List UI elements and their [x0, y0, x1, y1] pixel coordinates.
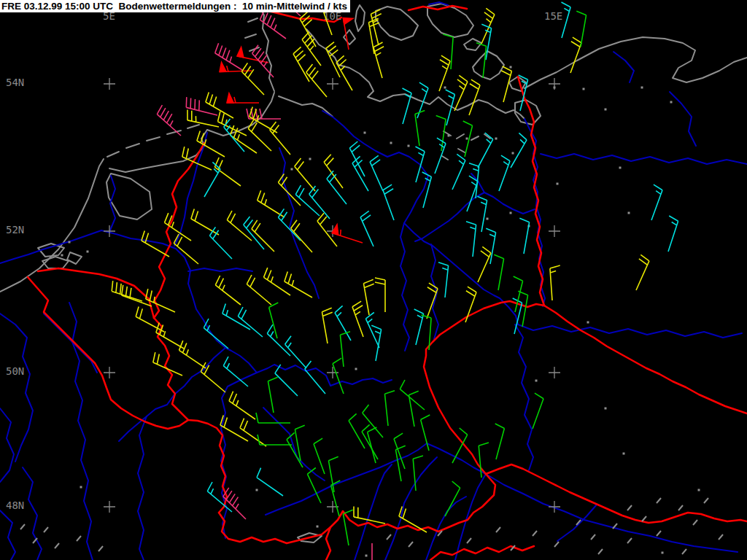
wind-barb: [267, 324, 290, 356]
wind-barb: [519, 218, 529, 254]
wind-barb: [518, 291, 527, 327]
wind-barb: [478, 133, 493, 168]
wind-barb: [302, 32, 321, 66]
surface-wind-map: 5E10E15E54N52N50N48N: [0, 0, 747, 560]
wind-barb: [452, 154, 465, 190]
wind-barb: [146, 289, 175, 312]
wind-barb: [375, 278, 385, 312]
wind-barb: [494, 254, 503, 290]
wind-barb: [371, 325, 381, 361]
wind-barb: [415, 111, 425, 147]
wind-barb: [414, 309, 424, 345]
wind-barb: [222, 303, 250, 330]
wind-barb: [291, 220, 312, 252]
wind-barb: [252, 220, 274, 252]
wind-barb: [365, 313, 379, 349]
wind-barb: [533, 393, 543, 429]
grid-cross: [549, 78, 560, 90]
wind-barb: [454, 75, 468, 111]
wind-barb: [352, 156, 368, 191]
wind-barb: [187, 110, 219, 127]
grid-cross: [104, 225, 115, 237]
wind-barb: [238, 307, 263, 337]
map-title: FRE 03.12.99 15:00 UTC Bodenwettermeldun…: [1, 1, 347, 12]
grid-cross: [549, 501, 560, 513]
wind-barb: [215, 276, 241, 305]
wind-barbs-layer: [112, 0, 678, 560]
wind-barb: [305, 361, 325, 394]
wind-barb: [300, 12, 316, 47]
wind-barb: [241, 63, 264, 95]
title-bar: FRE 03.12.99 15:00 UTC Bodenwettermeldun…: [0, 0, 350, 12]
wind-barb: [439, 55, 450, 91]
wind-barb: [343, 510, 352, 545]
grid-label: 48N: [6, 499, 24, 511]
wind-barb: [562, 2, 571, 38]
grid-cross: [104, 367, 115, 378]
wind-barb: [668, 216, 678, 252]
wind-barb: [153, 352, 182, 376]
wind-barb: [278, 174, 301, 206]
wind-barb: [395, 446, 405, 481]
grid-label: 15E: [544, 10, 562, 22]
wind-barb: [374, 42, 384, 78]
wind-barb: [360, 211, 374, 246]
wind-barb: [465, 287, 476, 322]
wind-barb: [478, 246, 491, 282]
wind-barb: [156, 322, 184, 349]
wind-barb: [372, 543, 382, 560]
wind-barb: [495, 424, 505, 459]
wind-barb: [257, 468, 283, 496]
grid-cross: [104, 78, 115, 90]
wind-barb: [322, 308, 332, 343]
wind-barb: [204, 319, 228, 349]
wind-barb: [438, 262, 449, 298]
wind-barb: [269, 303, 279, 338]
wind-barb: [268, 377, 277, 413]
wind-barb: [477, 196, 487, 232]
wind-barb: [409, 391, 418, 427]
wind-barb: [384, 391, 395, 426]
wind-barb: [285, 336, 306, 368]
grid-label: 52N: [6, 224, 24, 236]
wind-barb: [191, 209, 219, 235]
wind-barb: [293, 47, 309, 82]
wind-barb: [244, 217, 264, 249]
grid-label: 50N: [6, 365, 24, 377]
wind-barb: [352, 301, 363, 337]
wind-barb: [179, 341, 206, 368]
weather-map-screen: 5E10E15E54N52N50N48N FRE 03.12.99 15:00 …: [0, 0, 747, 560]
wind-barb: [327, 171, 347, 204]
wind-barb: [229, 392, 255, 419]
graticule-layer: [104, 78, 560, 513]
wind-barb: [443, 34, 453, 69]
wind-barb: [570, 37, 581, 73]
wind-barb: [227, 93, 259, 103]
wind-barb: [421, 315, 431, 350]
wind-barb: [223, 488, 246, 519]
wind-barb: [466, 222, 476, 257]
wind-barb: [332, 225, 363, 243]
wind-barb: [550, 265, 560, 300]
grid-cross: [327, 367, 338, 378]
coastline-layer: [0, 0, 747, 542]
wind-barb: [481, 8, 495, 44]
wind-barb: [651, 184, 662, 220]
wind-barb: [333, 358, 344, 394]
wind-barb: [363, 405, 383, 438]
wind-barb: [218, 112, 247, 136]
grid-label: 54N: [6, 77, 24, 88]
wind-barb: [511, 133, 527, 168]
wind-barb: [363, 279, 374, 315]
wind-barb: [469, 79, 480, 115]
wind-barb: [264, 268, 291, 295]
grid-cross: [549, 225, 560, 237]
wind-barb: [336, 55, 352, 90]
wind-barb: [636, 254, 649, 290]
wind-barb: [309, 186, 330, 219]
wind-barb: [486, 228, 495, 264]
wind-barb: [383, 184, 394, 220]
wind-barb: [295, 158, 315, 191]
wind-barb: [368, 427, 377, 463]
grid-cross: [104, 501, 115, 513]
